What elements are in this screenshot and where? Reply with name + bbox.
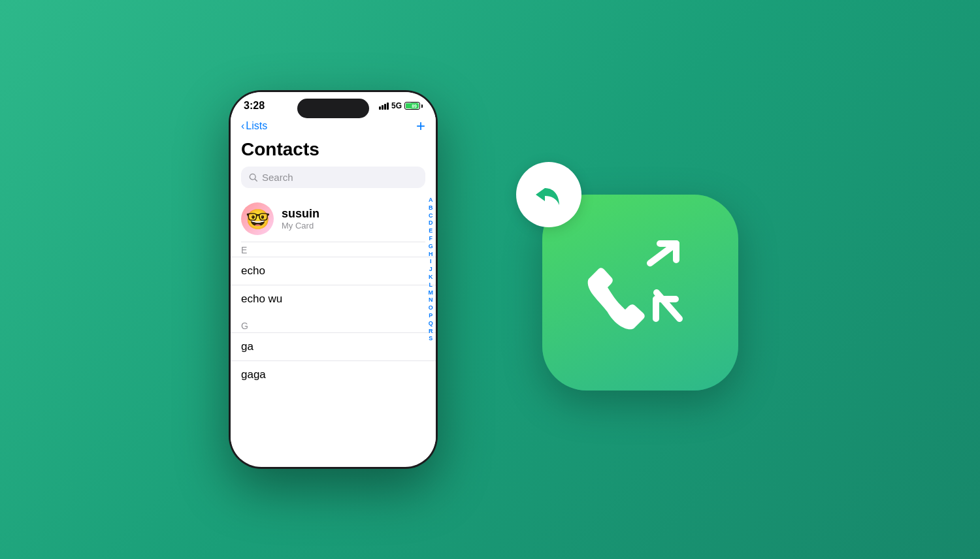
signal-bars — [379, 103, 389, 110]
signal-bar-4 — [387, 103, 389, 110]
section-header-e: E — [231, 242, 436, 257]
alpha-j[interactable]: J — [429, 266, 434, 273]
battery: 89 — [404, 102, 423, 110]
contact-item-gaga[interactable]: gaga — [231, 360, 436, 389]
alpha-r[interactable]: R — [429, 328, 434, 335]
alpha-c[interactable]: C — [429, 212, 434, 219]
nav-back-label: Lists — [246, 120, 267, 132]
page-title: Contacts — [231, 139, 436, 167]
search-icon — [249, 173, 258, 182]
battery-percent: 89 — [410, 103, 419, 109]
nav-back-button[interactable]: ‹ Lists — [241, 120, 267, 132]
section-header-g: G — [231, 318, 436, 332]
phone-frame: 3:28 5G 89 — [229, 90, 438, 469]
app-icon — [542, 195, 738, 391]
alpha-f[interactable]: F — [429, 235, 434, 242]
alpha-s[interactable]: S — [429, 335, 434, 342]
avatar-emoji: 🤓 — [246, 208, 270, 231]
alpha-e[interactable]: E — [429, 227, 434, 234]
alpha-d[interactable]: D — [429, 219, 434, 227]
alpha-n[interactable]: N — [429, 296, 434, 304]
alpha-h[interactable]: H — [429, 251, 434, 258]
phone-wrapper: 3:28 5G 89 — [229, 90, 438, 469]
alpha-o[interactable]: O — [429, 304, 434, 311]
my-card-name: susuin — [282, 207, 319, 221]
alpha-k[interactable]: K — [429, 274, 434, 281]
alpha-l[interactable]: L — [429, 281, 434, 289]
alpha-a[interactable]: A — [429, 197, 434, 204]
avatar: 🤓 — [241, 202, 274, 235]
reply-circle — [516, 162, 581, 227]
alpha-q[interactable]: Q — [429, 320, 434, 327]
alpha-i[interactable]: I — [429, 258, 434, 265]
signal-bar-1 — [379, 106, 381, 110]
signal-bar-2 — [382, 105, 384, 110]
contact-item-echo-wu[interactable]: echo wu — [231, 285, 436, 313]
status-right: 5G 89 — [379, 101, 423, 110]
alpha-b[interactable]: B — [429, 204, 434, 212]
battery-tip — [421, 104, 423, 108]
status-time: 3:28 — [244, 100, 265, 112]
dynamic-island — [297, 99, 369, 118]
my-card-info: susuin My Card — [282, 207, 319, 231]
alpha-g[interactable]: G — [429, 243, 434, 250]
search-placeholder: Search — [262, 172, 293, 183]
svg-line-1 — [255, 179, 257, 181]
search-bar[interactable]: Search — [241, 167, 425, 188]
phone-calls-icon — [575, 227, 706, 358]
contact-item-echo[interactable]: echo — [231, 257, 436, 285]
nav-add-button[interactable]: + — [416, 118, 425, 134]
alpha-p[interactable]: P — [429, 312, 434, 319]
chevron-left-icon: ‹ — [241, 120, 244, 132]
alpha-index[interactable]: A B C D E F G H I J K L M N O — [429, 197, 434, 342]
battery-body: 89 — [404, 102, 420, 110]
my-card[interactable]: 🤓 susuin My Card — [231, 196, 436, 242]
alpha-m[interactable]: M — [429, 289, 434, 296]
contact-item-ga[interactable]: ga — [231, 332, 436, 360]
status-bar: 3:28 5G 89 — [231, 92, 436, 114]
my-card-subtitle: My Card — [282, 221, 319, 231]
contacts-screen: ‹ Lists + Contacts Search — [231, 114, 436, 459]
reply-arrow-icon — [532, 179, 566, 210]
right-side — [490, 149, 751, 410]
signal-bar-3 — [384, 104, 386, 110]
network-label: 5G — [391, 101, 402, 110]
phone-inner: 3:28 5G 89 — [231, 92, 436, 467]
scene: 3:28 5G 89 — [0, 0, 980, 559]
